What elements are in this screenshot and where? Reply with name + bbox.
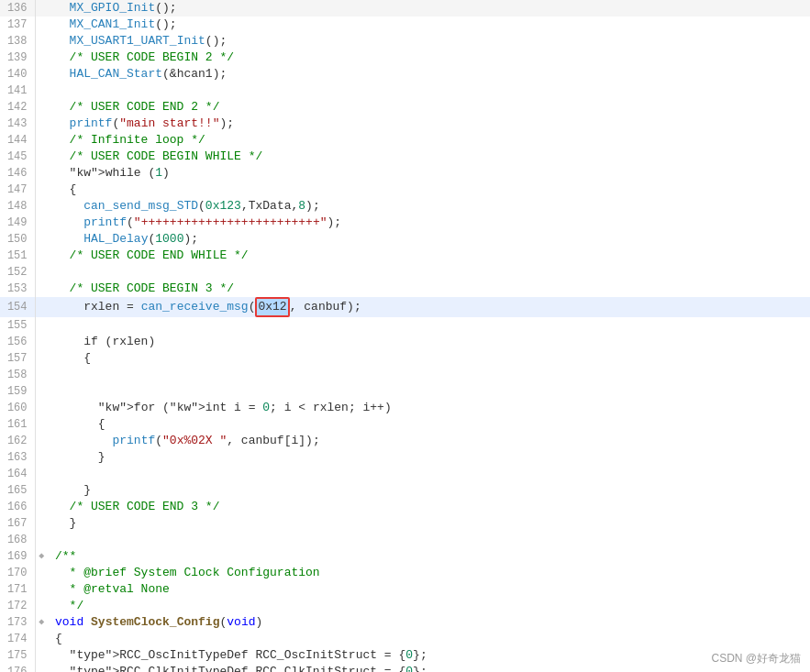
fold-marker[interactable] [35,83,48,99]
code-line: HAL_Delay(1000); [48,231,810,248]
fold-marker[interactable] [35,449,48,466]
line-number: 151 [0,248,35,264]
code-line: */ [48,598,810,614]
table-row: 143 printf("main start!!"); [0,116,810,132]
fold-marker[interactable] [35,482,48,499]
code-line: /** [48,548,810,565]
table-row: 150 HAL_Delay(1000); [0,231,810,248]
fold-marker[interactable] [35,66,48,83]
fold-marker[interactable] [35,231,48,248]
line-number: 167 [0,515,35,532]
line-number: 172 [0,598,35,614]
table-row: 137 MX_CAN1_Init(); [0,17,810,33]
fold-marker[interactable] [35,515,48,532]
fold-marker[interactable]: ◆ [35,614,48,631]
code-line: if (rxlen) [48,334,810,350]
fold-marker[interactable] [35,647,48,664]
fold-marker[interactable] [35,466,48,482]
fold-marker[interactable] [35,664,48,672]
code-line: "type">RCC_ClkInitTypeDef RCC_ClkInitStr… [48,664,810,672]
fold-marker[interactable] [35,317,48,334]
line-number: 145 [0,149,35,165]
line-number: 174 [0,631,35,647]
fold-marker[interactable] [35,50,48,66]
fold-marker[interactable] [35,99,48,116]
fold-marker[interactable] [35,581,48,598]
line-number: 153 [0,281,35,297]
fold-icon[interactable]: ◆ [39,617,44,627]
table-row: 158 [0,367,810,383]
fold-marker[interactable] [35,198,48,215]
fold-marker[interactable] [35,334,48,350]
code-line: { [48,416,810,433]
line-number: 146 [0,165,35,182]
line-number: 158 [0,367,35,383]
fold-marker[interactable] [35,0,48,17]
table-row: 175 "type">RCC_OscInitTypeDef RCC_OscIni… [0,647,810,664]
table-row: 174{ [0,631,810,647]
line-number: 155 [0,317,35,334]
line-number: 148 [0,198,35,215]
fold-marker[interactable] [35,565,48,581]
table-row: 166 /* USER CODE END 3 */ [0,499,810,515]
table-row: 151 /* USER CODE END WHILE */ [0,248,810,264]
code-line [48,264,810,281]
code-line: /* USER CODE END WHILE */ [48,248,810,264]
fold-marker[interactable] [35,631,48,647]
code-line: MX_CAN1_Init(); [48,17,810,33]
fold-marker[interactable] [35,116,48,132]
fold-marker[interactable] [35,400,48,416]
fold-marker[interactable] [35,132,48,149]
line-number: 171 [0,581,35,598]
table-row: 149 printf("+++++++++++++++++++++++++"); [0,215,810,231]
fold-marker[interactable] [35,383,48,400]
line-number: 142 [0,99,35,116]
code-line: } [48,515,810,532]
fold-icon[interactable]: ◆ [39,551,44,561]
code-line [48,83,810,99]
code-line: /* USER CODE BEGIN 2 */ [48,50,810,66]
fold-marker[interactable] [35,165,48,182]
fold-marker[interactable] [35,532,48,548]
line-number: 170 [0,565,35,581]
fold-marker[interactable] [35,598,48,614]
line-number: 144 [0,132,35,149]
line-number: 168 [0,532,35,548]
fold-marker[interactable] [35,297,48,317]
line-number: 165 [0,482,35,499]
line-number: 169 [0,548,35,565]
code-line: * @retval None [48,581,810,598]
fold-marker[interactable] [35,264,48,281]
line-number: 139 [0,50,35,66]
fold-marker[interactable] [35,416,48,433]
fold-marker[interactable] [35,215,48,231]
line-number: 149 [0,215,35,231]
code-line: /* USER CODE BEGIN WHILE */ [48,149,810,165]
code-line: printf("0x%02X ", canbuf[i]); [48,433,810,449]
table-row: 152 [0,264,810,281]
watermark-text: CSDN @好奇龙猫 [711,651,801,666]
table-row: 157 { [0,350,810,367]
fold-marker[interactable] [35,182,48,198]
fold-marker[interactable] [35,281,48,297]
table-row: 176 "type">RCC_ClkInitTypeDef RCC_ClkIni… [0,664,810,672]
code-line: MX_GPIO_Init(); [48,0,810,17]
fold-marker[interactable] [35,367,48,383]
table-row: 136 MX_GPIO_Init(); [0,0,810,17]
code-line: { [48,350,810,367]
fold-marker[interactable] [35,248,48,264]
fold-marker[interactable] [35,350,48,367]
fold-marker[interactable] [35,17,48,33]
fold-marker[interactable] [35,433,48,449]
line-number: 161 [0,416,35,433]
fold-marker[interactable] [35,33,48,50]
code-table: 136 MX_GPIO_Init();137 MX_CAN1_Init();13… [0,0,810,672]
line-number: 141 [0,83,35,99]
table-row: 141 [0,83,810,99]
fold-marker[interactable] [35,149,48,165]
line-number: 136 [0,0,35,17]
fold-marker[interactable] [35,499,48,515]
table-row: 153 /* USER CODE BEGIN 3 */ [0,281,810,297]
line-number: 147 [0,182,35,198]
fold-marker[interactable]: ◆ [35,548,48,565]
